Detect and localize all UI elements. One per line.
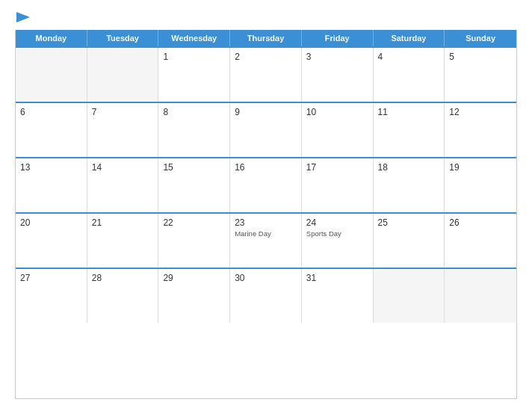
day-number: 4 xyxy=(378,52,440,62)
calendar-cell: 6 xyxy=(16,103,87,157)
calendar-cell: 7 xyxy=(87,103,159,157)
day-number: 17 xyxy=(306,162,368,173)
calendar-cell: 24Sports Day xyxy=(302,214,374,268)
logo xyxy=(15,12,30,22)
calendar-cell: 23Marine Day xyxy=(230,214,302,268)
day-number: 2 xyxy=(235,52,297,62)
calendar-cell: 28 xyxy=(87,269,159,323)
calendar-cell: 12 xyxy=(445,103,516,157)
calendar-cell: 25 xyxy=(374,214,445,268)
calendar-cell xyxy=(374,269,445,323)
page: MondayTuesdayWednesdayThursdayFridaySatu… xyxy=(0,0,532,411)
logo-flag-icon xyxy=(16,12,30,22)
calendar-cell xyxy=(445,269,516,323)
calendar-cell: 17 xyxy=(302,158,374,212)
day-number: 9 xyxy=(235,107,297,117)
day-number: 25 xyxy=(378,217,440,228)
day-number: 5 xyxy=(449,52,512,62)
calendar-row-4: 20212223Marine Day24Sports Day2526 xyxy=(16,212,516,268)
calendar-cell xyxy=(87,48,159,102)
calendar: MondayTuesdayWednesdayThursdayFridaySatu… xyxy=(15,30,517,399)
day-number: 19 xyxy=(449,162,512,173)
calendar-cell: 5 xyxy=(445,48,516,102)
day-number: 20 xyxy=(20,217,82,228)
calendar-cell: 29 xyxy=(158,269,230,323)
day-number: 10 xyxy=(306,107,368,117)
day-number: 30 xyxy=(235,273,297,283)
holiday-label: Marine Day xyxy=(235,229,297,238)
calendar-cell: 18 xyxy=(374,158,445,212)
day-number: 1 xyxy=(163,52,225,62)
calendar-cell: 31 xyxy=(302,269,374,323)
day-number: 16 xyxy=(235,162,297,173)
calendar-row-2: 6789101112 xyxy=(16,102,516,157)
calendar-cell: 19 xyxy=(445,158,516,212)
calendar-cell: 22 xyxy=(158,214,230,268)
weekday-header-saturday: Saturday xyxy=(374,30,445,46)
header xyxy=(15,12,517,22)
day-number: 8 xyxy=(163,107,225,117)
calendar-header: MondayTuesdayWednesdayThursdayFridaySatu… xyxy=(16,30,516,46)
day-number: 31 xyxy=(306,273,368,283)
weekday-header-thursday: Thursday xyxy=(230,30,302,46)
day-number: 11 xyxy=(378,107,440,117)
calendar-cell: 3 xyxy=(302,48,374,102)
day-number: 27 xyxy=(20,273,82,283)
day-number: 6 xyxy=(20,107,82,117)
day-number: 7 xyxy=(92,107,154,117)
day-number: 28 xyxy=(92,273,154,283)
calendar-row-5: 2728293031 xyxy=(16,268,516,323)
day-number: 23 xyxy=(235,217,297,228)
day-number: 29 xyxy=(163,273,225,283)
day-number: 13 xyxy=(20,162,82,173)
calendar-cell: 27 xyxy=(16,269,87,323)
day-number: 18 xyxy=(378,162,440,173)
holiday-label: Sports Day xyxy=(306,229,368,238)
weekday-header-monday: Monday xyxy=(16,30,87,46)
weekday-header-tuesday: Tuesday xyxy=(87,30,159,46)
calendar-cell: 21 xyxy=(87,214,159,268)
day-number: 21 xyxy=(92,217,154,228)
calendar-cell: 8 xyxy=(158,103,230,157)
calendar-row-1: 12345 xyxy=(16,46,516,102)
svg-marker-0 xyxy=(16,12,30,22)
day-number: 24 xyxy=(306,217,368,228)
calendar-cell: 1 xyxy=(158,48,230,102)
day-number: 3 xyxy=(306,52,368,62)
calendar-cell: 2 xyxy=(230,48,302,102)
calendar-cell xyxy=(16,48,87,102)
calendar-cell: 4 xyxy=(374,48,445,102)
calendar-cell: 11 xyxy=(374,103,445,157)
weekday-header-friday: Friday xyxy=(302,30,374,46)
calendar-cell: 15 xyxy=(158,158,230,212)
calendar-cell: 13 xyxy=(16,158,87,212)
weekday-header-sunday: Sunday xyxy=(445,30,516,46)
weekday-header-wednesday: Wednesday xyxy=(158,30,230,46)
calendar-body: 1234567891011121314151617181920212223Mar… xyxy=(16,46,516,323)
calendar-cell: 26 xyxy=(445,214,516,268)
day-number: 26 xyxy=(449,217,512,228)
day-number: 12 xyxy=(449,107,512,117)
day-number: 22 xyxy=(163,217,225,228)
calendar-cell: 20 xyxy=(16,214,87,268)
calendar-cell: 14 xyxy=(87,158,159,212)
calendar-cell: 9 xyxy=(230,103,302,157)
day-number: 15 xyxy=(163,162,225,173)
day-number: 14 xyxy=(92,162,154,173)
calendar-cell: 10 xyxy=(302,103,374,157)
calendar-cell: 30 xyxy=(230,269,302,323)
calendar-row-3: 13141516171819 xyxy=(16,157,516,212)
calendar-cell: 16 xyxy=(230,158,302,212)
